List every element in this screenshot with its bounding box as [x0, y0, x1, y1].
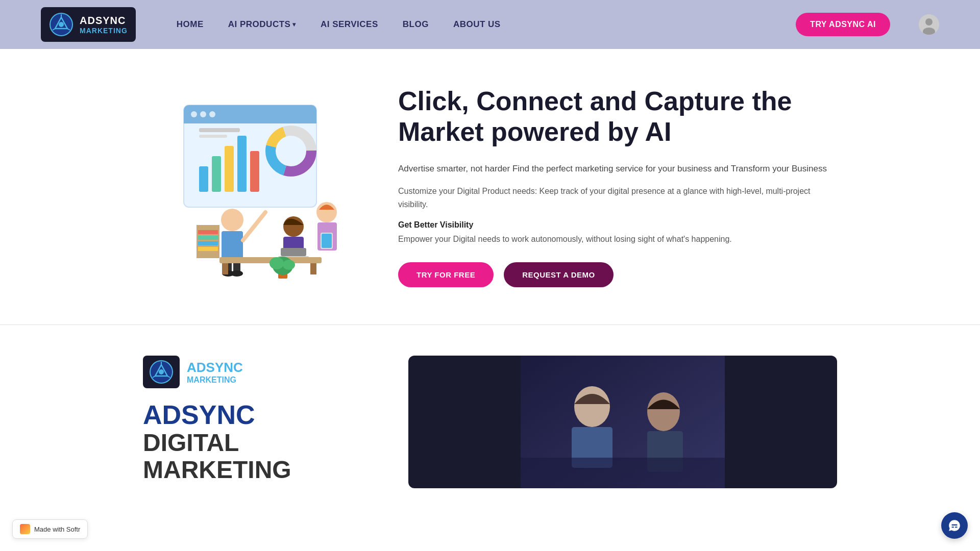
svg-rect-46: [198, 230, 218, 234]
second-subtitle: DIGITAL MARKETING: [143, 430, 368, 484]
logo-adsync-text: ADSYNC: [80, 15, 128, 27]
avatar-icon: [919, 14, 939, 35]
second-marketing-label: MARKETING: [187, 375, 243, 385]
svg-rect-16: [212, 156, 221, 192]
hero-visibility-heading: Get Better Visibility: [398, 220, 837, 230]
svg-rect-26: [199, 135, 227, 138]
navbar: ADSYNC MARKETING HOME AI PRODUCTS AI SER…: [0, 0, 980, 49]
logo-marketing-text: MARKETING: [80, 27, 128, 35]
second-left: ADSYNC MARKETING ADSYNC DIGITAL MARKETIN…: [143, 356, 368, 484]
nav-ai-products[interactable]: AI PRODUCTS: [228, 19, 296, 30]
softr-label: Made with Softr: [34, 525, 80, 533]
svg-point-27: [221, 209, 243, 231]
svg-point-56: [159, 369, 164, 374]
hero-visibility-desc: Empower your Digital needs to work auton…: [398, 233, 837, 246]
try-free-button[interactable]: TRY FOR FREE: [398, 262, 494, 287]
svg-point-33: [231, 270, 243, 277]
chat-icon: [948, 519, 961, 532]
svg-rect-49: [198, 247, 218, 251]
svg-point-2: [59, 22, 64, 27]
svg-rect-19: [250, 151, 259, 192]
second-logo: ADSYNC MARKETING: [143, 356, 368, 388]
second-logo-box: [143, 356, 180, 388]
svg-rect-44: [310, 263, 316, 274]
svg-rect-11: [184, 117, 316, 123]
svg-rect-48: [198, 241, 218, 245]
second-title: ADSYNC: [143, 400, 368, 430]
softr-icon: [20, 524, 30, 534]
svg-rect-43: [222, 263, 228, 274]
second-logo-icon: [149, 360, 174, 384]
second-section: ADSYNC MARKETING ADSYNC DIGITAL MARKETIN…: [0, 325, 980, 519]
second-right-image: [408, 356, 837, 488]
svg-rect-18: [237, 136, 247, 192]
nav-ai-services[interactable]: AI SERVICES: [321, 19, 378, 30]
nav-blog[interactable]: BLOG: [403, 19, 429, 30]
logo[interactable]: ADSYNC MARKETING: [41, 7, 136, 42]
hero-title: Click, Connect and Capture the Market po…: [398, 86, 837, 147]
nav-links: HOME AI PRODUCTS AI SERVICES BLOG ABOUT …: [177, 19, 775, 30]
hero-svg: [143, 95, 357, 279]
hero-illustration: [143, 95, 357, 279]
logo-icon: [49, 12, 74, 37]
nav-home[interactable]: HOME: [177, 19, 204, 30]
svg-rect-25: [199, 128, 240, 132]
request-demo-button[interactable]: REQUEST A DEMO: [504, 262, 614, 287]
svg-point-24: [280, 140, 302, 162]
svg-rect-41: [322, 234, 332, 248]
hero-subtitle: Advertise smarter, not harder Find the p…: [398, 162, 837, 176]
meeting-image: [521, 356, 725, 488]
hero-content: Click, Connect and Capture the Market po…: [398, 86, 837, 287]
svg-point-14: [209, 111, 215, 117]
svg-rect-67: [521, 458, 725, 488]
svg-rect-15: [199, 166, 208, 192]
nav-about-us[interactable]: ABOUT US: [453, 19, 501, 30]
second-adsync-label: ADSYNC: [187, 360, 243, 375]
second-title-block: ADSYNC DIGITAL MARKETING: [143, 400, 368, 484]
user-avatar[interactable]: [919, 14, 939, 35]
svg-point-53: [283, 260, 295, 270]
svg-line-29: [243, 212, 265, 240]
softr-badge[interactable]: Made with Softr: [12, 519, 88, 539]
svg-rect-47: [198, 236, 218, 240]
svg-rect-36: [281, 248, 306, 256]
svg-rect-17: [225, 146, 234, 192]
hero-desc: Customize your Digital Product needs: Ke…: [398, 185, 837, 212]
svg-point-52: [270, 257, 284, 269]
chat-button[interactable]: [941, 512, 968, 539]
second-logo-text: ADSYNC MARKETING: [187, 360, 243, 385]
try-adsync-button[interactable]: TRY ADSYNC AI: [796, 13, 890, 36]
hero-section: Click, Connect and Capture the Market po…: [0, 49, 980, 324]
svg-point-7: [925, 18, 933, 26]
svg-point-12: [191, 111, 197, 117]
svg-point-13: [200, 111, 206, 117]
hero-buttons: TRY FOR FREE REQUEST A DEMO: [398, 262, 837, 287]
